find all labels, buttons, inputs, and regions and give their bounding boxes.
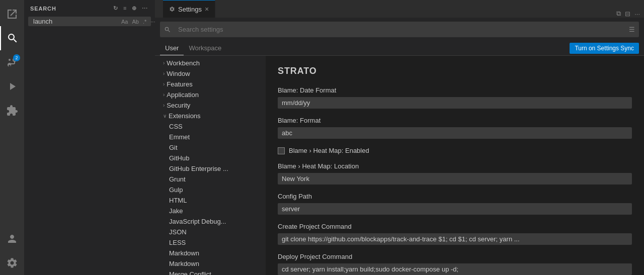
chevron-right-icon: ›	[163, 92, 165, 98]
settings-filter-icon[interactable]: ☰	[629, 26, 635, 33]
settings-tab-icon	[169, 6, 175, 12]
setting-blame-heatmap-location: Blame › Heat Map: Location	[278, 162, 632, 185]
nav-markdown-1[interactable]: Markdown	[155, 248, 266, 258]
split-editor-icon[interactable]: ⧉	[616, 10, 621, 18]
setting-input-deploy-project[interactable]	[278, 263, 632, 275]
nav-merge-conflict[interactable]: Merge Conflict	[155, 269, 266, 275]
nav-extensions[interactable]: ∨ Extensions	[155, 111, 266, 121]
setting-config-path: Config Path	[278, 193, 632, 215]
collapse-icon[interactable]: ≡	[122, 4, 128, 13]
setting-input-blame-date-format[interactable]	[278, 97, 632, 109]
sidebar-header: SEARCH ↻ ≡ ⊕ ···	[24, 0, 155, 17]
more-icon[interactable]: ···	[141, 4, 149, 13]
source-control-badge: 2	[13, 54, 20, 61]
setting-input-config-path[interactable]	[278, 203, 632, 215]
setting-label-blame-date-format: Blame: Date Format	[278, 86, 632, 94]
nav-js-debug[interactable]: JavaScript Debug...	[155, 216, 266, 227]
refresh-icon[interactable]: ↻	[112, 4, 119, 13]
nav-features[interactable]: › Features	[155, 79, 266, 89]
sync-button[interactable]: Turn on Settings Sync	[570, 43, 639, 54]
nav-workbench[interactable]: › Workbench	[155, 58, 266, 68]
settings-body: › Workbench › Window › Features › Applic…	[155, 56, 644, 275]
sidebar-header-icons: ↻ ≡ ⊕ ···	[112, 4, 149, 13]
chevron-right-icon: ›	[163, 60, 165, 66]
use-regex-btn[interactable]: .*	[141, 18, 148, 25]
settings-search-area: ☰	[155, 18, 644, 41]
search-input[interactable]	[33, 18, 118, 25]
settings-gear-icon[interactable]	[0, 251, 24, 275]
nav-git[interactable]: Git	[155, 142, 266, 153]
setting-label-create-project: Create Project Command	[278, 223, 632, 230]
heatmap-toggle[interactable]	[278, 147, 285, 154]
source-control-icon[interactable]: 2	[0, 50, 24, 74]
chevron-down-icon: ∨	[163, 113, 167, 119]
more-actions-icon[interactable]: ···	[634, 10, 640, 18]
settings-nav: › Workbench › Window › Features › Applic…	[155, 56, 266, 275]
new-file-icon[interactable]: ⊕	[131, 4, 138, 13]
search-box: Aa Ab .* ···	[28, 17, 151, 26]
setting-label-blame-format: Blame: Format	[278, 117, 632, 124]
settings-search-input[interactable]	[174, 24, 626, 35]
setting-input-heatmap-location[interactable]	[278, 173, 632, 185]
nav-gulp[interactable]: Gulp	[155, 185, 266, 195]
nav-markdown-2[interactable]: Markdown	[155, 258, 266, 269]
run-debug-icon[interactable]	[0, 74, 24, 99]
settings-main: STRATO Blame: Date Format Blame: Format	[266, 56, 644, 275]
editor-wrapper: Settings × ⧉ ⊟ ··· ☰ User	[155, 0, 644, 275]
settings-tabs: User Workspace Turn on Settings Sync	[155, 41, 644, 56]
settings-tab-label: Settings	[178, 6, 202, 13]
nav-emmet[interactable]: Emmet	[155, 132, 266, 142]
extensions-icon[interactable]	[0, 99, 24, 123]
nav-css[interactable]: CSS	[155, 121, 266, 132]
nav-github-enterprise[interactable]: GitHub Enterprise ...	[155, 163, 266, 174]
search-controls: Aa Ab .* ···	[120, 18, 156, 25]
account-icon[interactable]	[0, 227, 24, 251]
settings-tab-user[interactable]: User	[160, 41, 184, 55]
nav-application[interactable]: › Application	[155, 89, 266, 100]
top-bar-right	[155, 0, 163, 18]
explorer-icon[interactable]	[0, 2, 24, 26]
nav-window[interactable]: › Window	[155, 68, 266, 79]
settings-tab-workspace[interactable]: Workspace	[184, 41, 226, 55]
sidebar-title: SEARCH	[30, 6, 56, 12]
nav-html[interactable]: HTML	[155, 195, 266, 206]
search-activity-icon[interactable]	[0, 26, 24, 50]
match-word-btn[interactable]: Ab	[130, 18, 140, 25]
toggle-row-heatmap: Blame › Heat Map: Enabled	[278, 147, 632, 154]
toggle-panel-icon[interactable]: ⊟	[625, 10, 630, 18]
setting-label-deploy-project: Deploy Project Command	[278, 253, 632, 260]
sidebar: SEARCH ↻ ≡ ⊕ ··· Aa Ab .* ···	[24, 0, 155, 275]
nav-security[interactable]: › Security	[155, 100, 266, 111]
setting-blame-heatmap-enabled: Blame › Heat Map: Enabled	[278, 147, 632, 154]
tab-bar: Settings × ⧉ ⊟ ···	[155, 0, 644, 18]
settings-search-icon	[164, 26, 171, 33]
nav-json[interactable]: JSON	[155, 227, 266, 237]
settings-container: ☰ User Workspace Turn on Settings Sync ›…	[155, 18, 644, 275]
chevron-right-icon: ›	[163, 71, 165, 76]
nav-jake[interactable]: Jake	[155, 206, 266, 216]
setting-input-create-project[interactable]	[278, 233, 632, 245]
setting-blame-format: Blame: Format	[278, 117, 632, 139]
settings-tab-close[interactable]: ×	[205, 6, 209, 13]
settings-section-title: STRATO	[278, 66, 632, 76]
chevron-right-icon: ›	[163, 103, 165, 108]
setting-deploy-project: Deploy Project Command	[278, 253, 632, 275]
nav-github[interactable]: GitHub	[155, 153, 266, 163]
setting-create-project: Create Project Command	[278, 223, 632, 245]
setting-label-heatmap-enabled: Blame › Heat Map: Enabled	[289, 147, 369, 154]
settings-tab[interactable]: Settings ×	[163, 0, 215, 18]
nav-grunt[interactable]: Grunt	[155, 174, 266, 185]
setting-label-heatmap-location: Blame › Heat Map: Location	[278, 162, 632, 170]
activity-bar: 2	[0, 0, 24, 275]
setting-label-config-path: Config Path	[278, 193, 632, 200]
setting-input-blame-format[interactable]	[278, 127, 632, 139]
match-case-btn[interactable]: Aa	[120, 18, 129, 25]
setting-blame-date-format: Blame: Date Format	[278, 86, 632, 109]
nav-less[interactable]: LESS	[155, 237, 266, 248]
chevron-right-icon: ›	[163, 81, 165, 87]
